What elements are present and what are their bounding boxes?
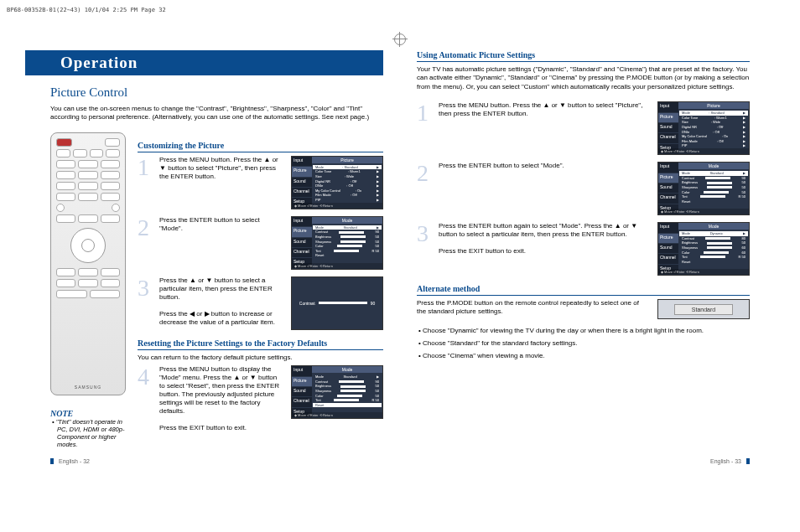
step-text: Press the ENTER button again to select "… [439,222,651,256]
step-text: Press the ENTER button to select "Mode". [159,216,284,233]
auto-step-3: 3 Press the ENTER button again to select… [417,222,750,276]
alternate-body-row: Press the P.MODE button on the remote co… [417,299,750,319]
step-4: 4 Press the MENU button to display the "… [138,365,383,432]
osd-screenshot-mode-dynamic: InputPictureSoundChannelSetupModeModeDyn… [657,222,750,276]
step-text: Press the ENTER button to select "Mode". [439,162,651,170]
slider-value: 90 [371,301,376,306]
two-page-spread: Operation Picture Control You can use th… [50,50,750,448]
alternate-heading: Alternate method [417,284,750,296]
step-number: 3 [138,276,153,300]
section-heading: Picture Control [50,85,383,100]
step-1: 1 Press the MENU button. Press the ▲ or … [138,156,383,209]
bullet-dynamic: Choose "Dynamic" for viewing the TV duri… [417,326,750,336]
tv-video-button [105,138,121,147]
osd-screenshot-reset: InputPictureSoundChannelSetupModeModeSta… [291,365,383,419]
bullet-standard: Choose "Standard" for the standard facto… [417,338,750,349]
slider-label: Contrast [299,301,315,306]
osd-screenshot-mode: InputPictureSoundChannelSetupModeModeSta… [291,216,383,270]
resetting-heading: Resetting the Picture Settings to the Fa… [138,338,383,350]
osd-screenshot-picture: InputPictureSoundChannelSetupPictureMode… [291,156,383,209]
osd-screenshot-mode: InputPictureSoundChannelSetupModeModeSta… [657,162,750,215]
remote-control-illustration: SAMSUNG [50,132,126,395]
auto-step-2: 2 Press the ENTER button to select "Mode… [417,162,750,215]
step-2: 2 Press the ENTER button to select "Mode… [138,216,383,270]
slider-track-icon [319,302,367,304]
left-page: Operation Picture Control You can use th… [50,50,383,448]
menu-button [78,214,97,223]
step-number: 2 [417,162,432,185]
pmode-toast-screenshot: Standard [657,299,750,319]
step-number: 3 [417,222,432,245]
step-number: 4 [138,365,153,389]
auto-step-1: 1 Press the MENU button. Press the ▲ or … [417,101,750,155]
page: BP68-00352B-01(22~43) 10/1/04 2:25 PM Pa… [0,0,800,532]
page-number-left: English - 32 [50,458,90,464]
print-file-header: BP68-00352B-01(22~43) 10/1/04 2:25 PM Pa… [7,7,166,13]
alternate-body: Press the P.MODE button on the remote co… [417,299,647,316]
osd-screenshot-slider: Contrast 90 [291,276,383,330]
reset-intro: You can return to the factory default pi… [138,354,383,362]
mute-button-icon [56,204,65,212]
nav-wheel-icon [70,228,106,263]
osd-screenshot-picture: InputPictureSoundChannelSetupPictureMode… [657,101,750,155]
center-registration-icon [394,34,406,45]
page-number-right: English - 33 [710,458,750,464]
page-footer: English - 32 English - 33 [50,458,750,464]
remote-column: SAMSUNG NOTE • "Tint" doesn't operate in… [50,132,126,448]
pmode-toast-label: Standard [674,304,733,315]
step-number: 2 [138,216,153,240]
right-page: Using Automatic Picture Settings Your TV… [417,50,750,448]
note-heading: NOTE [50,409,126,418]
section-intro-text: You can use the on-screen menus to chang… [50,105,383,122]
automatic-intro: Your TV has automatic picture settings (… [417,65,750,91]
step-text: Press the MENU button to display the "Mo… [159,365,284,432]
step-text: Press the MENU button. Press the ▲ or ▼ … [159,156,284,181]
step-number: 1 [417,101,432,125]
customizing-heading: Customizing the Picture [138,141,383,152]
automatic-heading: Using Automatic Picture Settings [417,50,750,62]
step-text: Press the MENU button. Press the ▲ or ▼ … [439,101,651,118]
bullet-cinema: Choose "Cinema" when viewing a movie. [417,351,750,361]
step-number: 1 [138,156,153,179]
chapter-title-bar: Operation [50,50,383,75]
note-body: • "Tint" doesn't operate in PC, DVI, HDM… [50,418,126,448]
remote-brand-label: SAMSUNG [75,385,101,390]
mode-descriptions: Choose "Dynamic" for viewing the TV duri… [417,326,750,361]
power-button-icon [56,138,72,147]
step-3: 3 Press the ▲ or ▼ button to select a pa… [138,276,383,330]
step-text: Press the ▲ or ▼ button to select a part… [159,276,284,327]
steps-column-left: Customizing the Picture 1 Press the MENU… [138,132,383,448]
